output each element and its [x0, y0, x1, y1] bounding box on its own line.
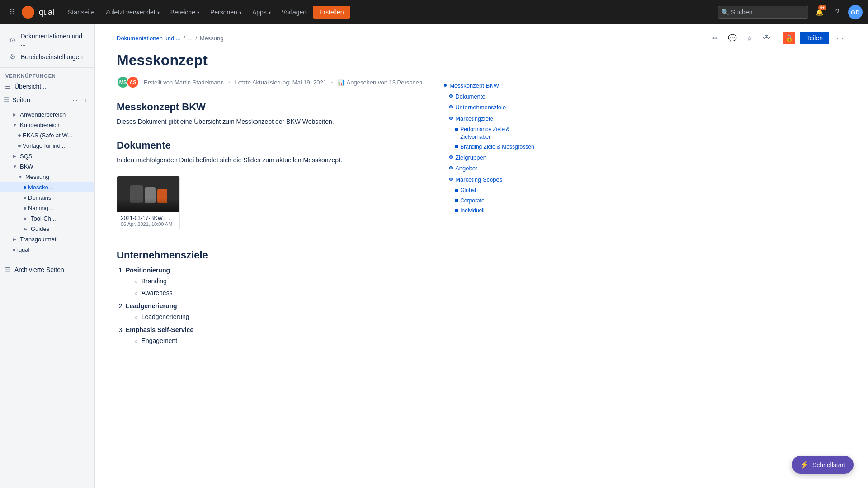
toc-item-corporate[interactable]: Corporate — [444, 196, 536, 206]
caret-icon: ▶ — [24, 216, 29, 221]
grid-menu-icon[interactable]: ⠿ — [5, 6, 18, 19]
toc-label: Global — [460, 187, 476, 194]
toc-bullet-icon — [455, 145, 458, 148]
pages-add-button[interactable]: + — [81, 95, 91, 105]
page-body: Messkonzept MS AS Erstellt von Martin St… — [95, 44, 444, 372]
list-item-label: Leadgenerierung — [126, 302, 177, 310]
lightning-icon: ⚡ — [800, 460, 809, 469]
search-input[interactable] — [718, 6, 808, 19]
tree-item-kundenbereich[interactable]: ▼ Kundenbereich — [0, 120, 94, 130]
toc-label: Messkonzept BKW — [449, 82, 499, 90]
sidebar-item-uebersicht[interactable]: ☰ Übersicht... — [0, 80, 94, 92]
dot-icon — [24, 197, 26, 199]
toc-item-global[interactable]: Global — [444, 185, 536, 196]
tree-item-toolch[interactable]: ▶ Tool-Ch... — [0, 213, 94, 224]
toc-item-performance[interactable]: Performance Ziele & Zielvorhaben — [444, 124, 536, 142]
fab-label: Schnellstart — [812, 461, 845, 469]
toc-label: Branding Ziele & Messgrössen — [460, 143, 534, 151]
file-attachment[interactable]: 2021-03-17-BKW... ept.pdf 06 Apr. 2021, … — [117, 176, 180, 230]
dot-icon — [18, 134, 21, 137]
comment-icon[interactable]: 💬 — [726, 32, 739, 44]
page-meta: MS AS Erstellt von Martin Stadelmann • L… — [117, 76, 422, 89]
user-avatar[interactable]: GD — [848, 5, 863, 19]
topnav-right: 🔍 🔔 9+ ? GD — [718, 5, 863, 19]
pages-more-button[interactable]: ··· — [70, 95, 80, 105]
updated-text: Letzte Aktualisierung: Mai 19, 2021 — [235, 79, 326, 86]
toc-item-branding[interactable]: Branding Ziele & Messgrössen — [444, 142, 536, 152]
toc-item-marketing-scopes[interactable]: Marketing Scopes — [444, 174, 536, 185]
toc-item-dokumente[interactable]: Dokumente — [444, 91, 536, 102]
restrict-button[interactable]: 🔒 — [783, 32, 795, 44]
notifications-button[interactable]: 🔔 9+ — [812, 5, 826, 19]
caret-icon: ▶ — [13, 112, 18, 117]
search-wrapper: 🔍 — [718, 6, 808, 19]
edit-icon[interactable]: ✏ — [709, 32, 722, 44]
toc-label: Performance Ziele & Zielvorhaben — [460, 126, 536, 141]
gear-icon: ⚙ — [8, 52, 17, 61]
avatar-as: AS — [127, 76, 139, 89]
content-wrapper: Messkonzept MS AS Erstellt von Martin St… — [95, 44, 868, 372]
toc-item-individuell[interactable]: Individuell — [444, 206, 536, 216]
tree-item-guides[interactable]: ▶ Guides — [0, 224, 94, 234]
toc-label: Dokumente — [455, 93, 485, 101]
logo-text: iqual — [37, 8, 54, 17]
nav-vorlagen[interactable]: Vorlagen — [277, 6, 311, 19]
pages-actions: ··· + — [70, 95, 91, 105]
docs-icon: ⊙ — [8, 36, 17, 44]
tree-item-sqs[interactable]: ▶ SQS — [0, 151, 94, 161]
list-item-label: Emphasis Self-Service — [126, 326, 193, 333]
toc-item-angebot[interactable]: Angebot — [444, 163, 536, 174]
header-actions: ✏ 💬 ☆ 👁 🔒 Teilen ··· — [709, 32, 846, 44]
sub-list-emphasis: Engagement — [135, 336, 422, 347]
breadcrumb-docs[interactable]: Dokumentationen und ... — [117, 35, 181, 42]
schnellstart-fab[interactable]: ⚡ Schnellstart — [792, 456, 854, 474]
nav-startseite[interactable]: Startseite — [63, 6, 99, 19]
tree-item-anwenderbereich[interactable]: ▶ Anwenderbereich — [0, 109, 94, 120]
app-layout: ⊙ Dokumentationen und ... ⚙ Bereichseins… — [0, 24, 868, 488]
chevron-down-icon: ▾ — [269, 10, 271, 15]
help-button[interactable]: ? — [830, 5, 844, 19]
caret-icon: ▶ — [24, 226, 29, 231]
share-button[interactable]: Teilen — [800, 32, 829, 44]
breadcrumb-ellipsis: ... — [188, 35, 193, 42]
list-item-positionierung: Positionierung Branding Awareness — [126, 265, 422, 299]
breadcrumb-sep: / — [184, 35, 185, 42]
nav-zuletzt[interactable]: Zuletzt verwendet ▾ — [101, 6, 164, 19]
file-info: 2021-03-17-BKW... ept.pdf 06 Apr. 2021, … — [117, 212, 179, 230]
watch-icon[interactable]: 👁 — [760, 32, 773, 44]
file-thumbnail — [117, 176, 180, 212]
toc-bullet-icon — [444, 84, 447, 87]
tree-item-messung[interactable]: ▼ Messung — [0, 172, 94, 182]
tree-item-domains[interactable]: Domains — [0, 192, 94, 203]
nav-bereiche[interactable]: Bereiche ▾ — [166, 6, 204, 19]
pages-icon: ☰ — [4, 96, 9, 103]
tree-item-naming[interactable]: Naming... — [0, 203, 94, 213]
sidebar-docs-label: Dokumentationen und ... — [20, 33, 86, 47]
star-icon[interactable]: ☆ — [743, 32, 756, 44]
toc-item-messkonzept-bkw[interactable]: Messkonzept BKW — [444, 80, 536, 91]
tree-item-transgourmet[interactable]: ▶ Transgourmet — [0, 234, 94, 244]
tree-label: Vorlage für indi... — [23, 142, 67, 149]
caret-icon: ▼ — [13, 122, 18, 127]
tree-item-bkw[interactable]: ▼ BKW — [0, 161, 94, 172]
toc-item-zielgruppen[interactable]: Zielgruppen — [444, 152, 536, 163]
more-options-button[interactable]: ··· — [834, 32, 846, 44]
tree-item-iqual[interactable]: iqual — [0, 244, 94, 255]
tree-item-messkonzept[interactable]: Messko... — [0, 182, 94, 192]
sidebar-item-settings[interactable]: ⚙ Bereichseinstellungen — [4, 50, 91, 64]
toc-bullet-icon — [455, 209, 458, 212]
toc-item-marketingziele[interactable]: Marketingziele — [444, 113, 536, 124]
sidebar-item-archiv[interactable]: ☰ Archivierte Seiten — [0, 264, 94, 276]
tree-item-vorlage[interactable]: Vorlage für indi... — [0, 141, 94, 151]
nav-apps[interactable]: Apps ▾ — [248, 6, 275, 19]
chevron-down-icon: ▾ — [239, 10, 241, 15]
dot-icon — [24, 207, 26, 210]
tree-label: Guides — [31, 225, 49, 232]
create-button[interactable]: Erstellen — [313, 6, 350, 19]
toc-item-unternehmensziele[interactable]: Unternehmensziele — [444, 102, 536, 113]
sidebar-item-docs[interactable]: ⊙ Dokumentationen und ... — [4, 30, 91, 50]
caret-icon: ▶ — [13, 154, 18, 159]
tree-item-ekas[interactable]: EKAS (Safe at W... — [0, 130, 94, 141]
logo[interactable]: i iqual — [22, 6, 54, 19]
nav-personen[interactable]: Personen ▾ — [206, 6, 246, 19]
